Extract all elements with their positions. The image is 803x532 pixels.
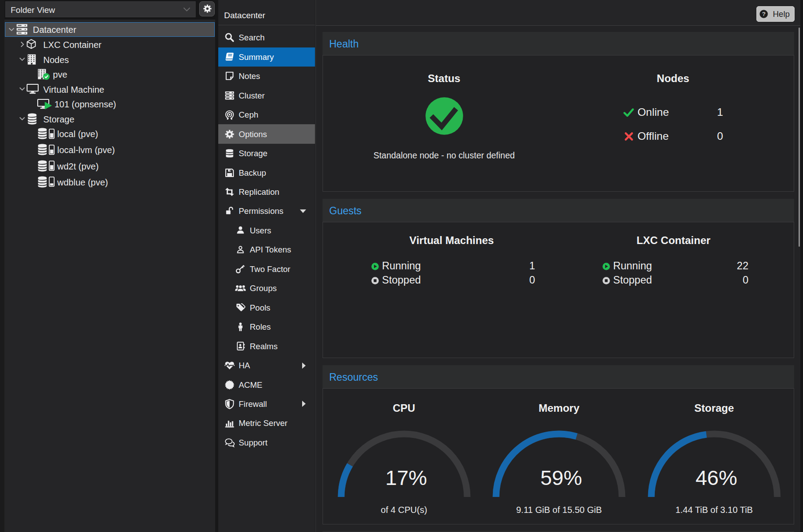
svg-text:?: ? (762, 11, 765, 17)
